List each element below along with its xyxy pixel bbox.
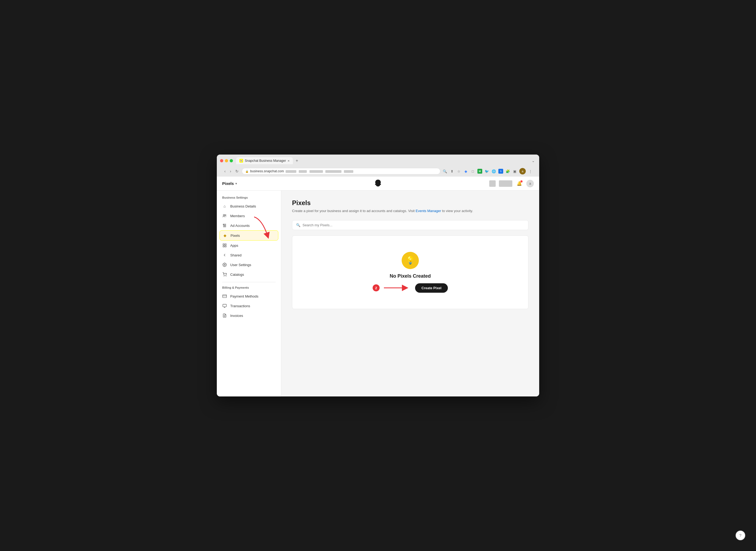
sidebar-label-ad-accounts: Ad Accounts [230, 223, 250, 228]
bookmark-icon[interactable]: ☆ [456, 169, 461, 174]
tab-favicon: 👻 [239, 159, 243, 163]
empty-state-title: No Pixels Created [390, 273, 431, 279]
sidebar-item-ad-accounts[interactable]: Ad Accounts [217, 221, 281, 230]
puzzle-icon[interactable]: 🧩 [505, 169, 510, 174]
user-settings-icon [222, 262, 227, 267]
header-right-section: 🔔 a [489, 180, 534, 187]
sidebar-item-catalogs[interactable]: Catalogs [217, 269, 281, 279]
share-icon[interactable]: ⬆ [449, 169, 454, 174]
create-pixel-button[interactable]: Create Pixel [415, 283, 448, 293]
notification-badge [520, 180, 523, 182]
sidebar-label-business-details: Business Details [230, 204, 256, 208]
lock-icon: 🔒 [245, 170, 249, 173]
members-icon [222, 213, 227, 218]
window-controls: ⌄ [531, 158, 536, 163]
sidebar-label-payment-methods: Payment Methods [230, 294, 258, 298]
sidebar-divider [222, 282, 276, 282]
help-icon: ? [739, 533, 741, 538]
empty-state: 💡 No Pixels Created 2 [292, 235, 528, 309]
sidebar-item-business-details[interactable]: ⌂ Business Details [217, 201, 281, 211]
tab-close-button[interactable]: ✕ [287, 159, 290, 162]
extension-icon-3[interactable]: M [477, 169, 482, 174]
notification-button[interactable]: 🔔 [516, 180, 523, 187]
sidebar-item-members[interactable]: Members [217, 211, 281, 221]
menu-icon[interactable]: ⋮ [528, 169, 533, 174]
business-settings-section-title: Business Settings [217, 196, 281, 201]
svg-point-7 [224, 276, 224, 276]
snapchat-logo [374, 179, 382, 188]
sidebar-label-pixels: Pixels [231, 233, 240, 237]
sidebar-item-invoices[interactable]: Invoices [217, 311, 281, 321]
search-icon: 🔍 [296, 223, 300, 227]
active-tab[interactable]: 👻 Snapchat Business Manager ✕ [236, 157, 293, 164]
sidebar-label-invoices: Invoices [230, 314, 243, 318]
extension-icon-5[interactable]: 🌐 [491, 169, 496, 174]
tab-title: Snapchat Business Manager [245, 159, 286, 163]
help-button[interactable]: ? [736, 531, 745, 540]
catalogs-icon [222, 272, 227, 277]
header-brand-section: Pixels ▾ [222, 181, 237, 186]
svg-rect-5 [225, 246, 226, 247]
header-chevron-icon[interactable]: ▾ [235, 182, 237, 185]
back-button[interactable]: ‹ [223, 168, 227, 174]
sidebar-item-transactions[interactable]: Transactions [217, 301, 281, 311]
search-toolbar-icon[interactable]: 🔍 [442, 169, 447, 174]
page-title: Pixels [292, 199, 528, 207]
events-manager-link[interactable]: Events Manager [416, 209, 441, 213]
svg-rect-3 [225, 244, 226, 245]
page-subtitle: Create a pixel for your business and ass… [292, 208, 528, 214]
svg-rect-11 [223, 304, 226, 307]
sidebar-label-members: Members [230, 214, 245, 218]
sidebar-label-catalogs: Catalogs [230, 272, 244, 277]
transactions-icon [222, 304, 227, 308]
sidebar-item-pixels[interactable]: ◆ Pixels [219, 230, 278, 240]
annotation-badge-2: 2 [373, 285, 380, 292]
home-icon: ⌂ [222, 204, 227, 208]
sidebar-item-user-settings[interactable]: User Settings [217, 260, 281, 269]
close-traffic-light[interactable] [220, 159, 223, 162]
svg-rect-9 [223, 295, 227, 298]
extension-icon-6[interactable]: S [498, 169, 503, 174]
url-text: business.snapchat.com [250, 169, 437, 173]
svg-point-1 [225, 214, 226, 215]
forward-button[interactable]: › [229, 168, 232, 174]
extension-icon-4[interactable]: 🐦 [484, 169, 489, 174]
invoices-icon [222, 313, 227, 318]
annotation-arrow-2 [384, 284, 411, 292]
svg-point-0 [223, 214, 225, 216]
ad-accounts-icon [222, 223, 227, 228]
header-brand-text: Pixels [222, 181, 234, 186]
svg-rect-4 [223, 246, 224, 247]
sidebar-label-user-settings: User Settings [230, 263, 251, 267]
svg-point-6 [224, 264, 225, 265]
address-bar[interactable]: 🔒 business.snapchat.com [242, 168, 440, 174]
sidebar-label-shared: Shared [230, 253, 242, 257]
payment-methods-icon [222, 294, 227, 299]
extension-icon-2[interactable]: □ [470, 169, 475, 174]
sidebar: Business Settings ⌂ Business Details Mem… [217, 190, 281, 397]
header-rect [499, 180, 512, 187]
header-square-1 [489, 180, 496, 187]
shared-icon [222, 253, 227, 257]
main-content: Pixels Create a pixel for your business … [281, 190, 539, 397]
sidebar-label-transactions: Transactions [230, 304, 250, 308]
search-bar[interactable]: 🔍 [292, 220, 528, 230]
svg-rect-2 [223, 244, 224, 245]
new-tab-button[interactable]: + [293, 157, 300, 164]
sidebar-item-payment-methods[interactable]: Payment Methods [217, 292, 281, 301]
cast-icon[interactable]: ▣ [512, 169, 517, 174]
reload-button[interactable]: ↻ [234, 168, 240, 174]
billing-section-title: Billing & Payments [217, 286, 281, 292]
extension-icon-1[interactable]: ◆ [463, 169, 468, 174]
user-avatar[interactable]: a [526, 180, 534, 187]
minimize-traffic-light[interactable] [225, 159, 228, 162]
search-input[interactable] [303, 223, 524, 227]
maximize-traffic-light[interactable] [230, 159, 233, 162]
browser-profile-avatar[interactable]: a [519, 168, 526, 174]
svg-point-8 [226, 276, 226, 276]
pixels-icon: ◆ [222, 233, 227, 238]
sidebar-item-apps[interactable]: Apps [217, 240, 281, 250]
apps-icon [222, 243, 227, 248]
sidebar-label-apps: Apps [230, 243, 238, 247]
sidebar-item-shared[interactable]: Shared [217, 250, 281, 260]
